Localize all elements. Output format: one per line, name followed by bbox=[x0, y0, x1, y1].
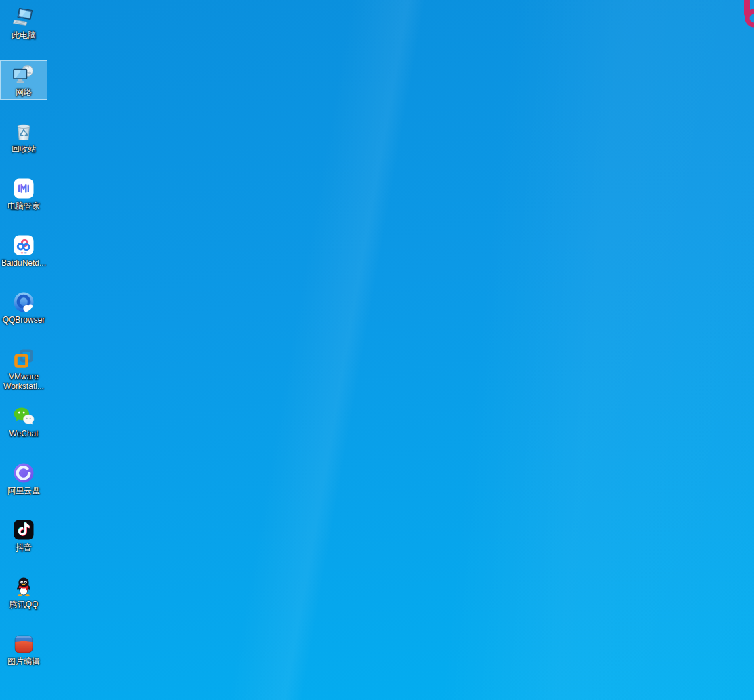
desktop-icon-wechat[interactable]: WeChat bbox=[0, 402, 47, 441]
icon-label: 回收站 bbox=[12, 144, 36, 154]
image-editor-icon bbox=[13, 633, 35, 655]
partial-pink-logo-icon[interactable] bbox=[743, 0, 754, 30]
desktop-icon-douyin[interactable]: 抖音 bbox=[0, 516, 47, 555]
desktop-icon-aliyun-drive[interactable]: 阿里云盘 bbox=[0, 459, 47, 498]
desktop-icon-this-pc[interactable]: 此电脑 bbox=[0, 3, 47, 43]
selection-highlight: 网络 bbox=[0, 60, 47, 100]
icon-label: 网络 bbox=[16, 87, 32, 97]
icon-label: 电脑管家 bbox=[7, 201, 40, 211]
icon-label: WeChat bbox=[9, 429, 38, 438]
desktop-icon-baidu-netdisk[interactable]: BaiduNetd... bbox=[0, 231, 47, 270]
qq-penguin-icon bbox=[13, 576, 35, 598]
icon-label: VMware bbox=[9, 372, 39, 382]
desktop-icon-network[interactable]: 网络 bbox=[0, 60, 47, 100]
icon-label: 阿里云盘 bbox=[7, 486, 40, 495]
this-pc-computer-icon bbox=[13, 7, 35, 28]
recycle-bin-icon bbox=[13, 121, 35, 142]
wallpaper-light-rays bbox=[0, 0, 754, 700]
qq-browser-icon bbox=[13, 291, 35, 313]
icon-label: 抖音 bbox=[16, 543, 32, 552]
icon-label: BaiduNetd... bbox=[1, 258, 46, 268]
icon-label: 腾讯QQ bbox=[9, 600, 39, 609]
icon-label: 图片编辑 bbox=[7, 657, 40, 666]
icon-label: Workstati... bbox=[3, 382, 44, 391]
desktop-icon-vmware-workstation[interactable]: VMware Workstati... bbox=[0, 345, 47, 394]
aliyun-drive-icon bbox=[13, 462, 35, 484]
desktop-icon-image-editor[interactable]: 图片编辑 bbox=[0, 630, 47, 669]
vmware-workstation-icon bbox=[13, 348, 35, 370]
icon-label: QQBrowser bbox=[3, 315, 45, 325]
network-globe-monitor-icon bbox=[13, 64, 35, 85]
desktop-icon-tencent-qq[interactable]: 腾讯QQ bbox=[0, 573, 47, 612]
icon-label: 此电脑 bbox=[12, 30, 36, 40]
desktop-icon-pc-manager[interactable]: 电脑管家 bbox=[0, 174, 47, 213]
desktop-icon-recycle-bin[interactable]: 回收站 bbox=[0, 117, 47, 157]
baidu-netdisk-icon bbox=[13, 234, 35, 256]
douyin-tiktok-icon bbox=[13, 519, 35, 541]
desktop: 此电脑 网络 bbox=[0, 0, 754, 700]
wechat-icon bbox=[13, 405, 35, 427]
pc-manager-icon bbox=[13, 178, 35, 199]
desktop-icon-qq-browser[interactable]: QQBrowser bbox=[0, 288, 47, 327]
